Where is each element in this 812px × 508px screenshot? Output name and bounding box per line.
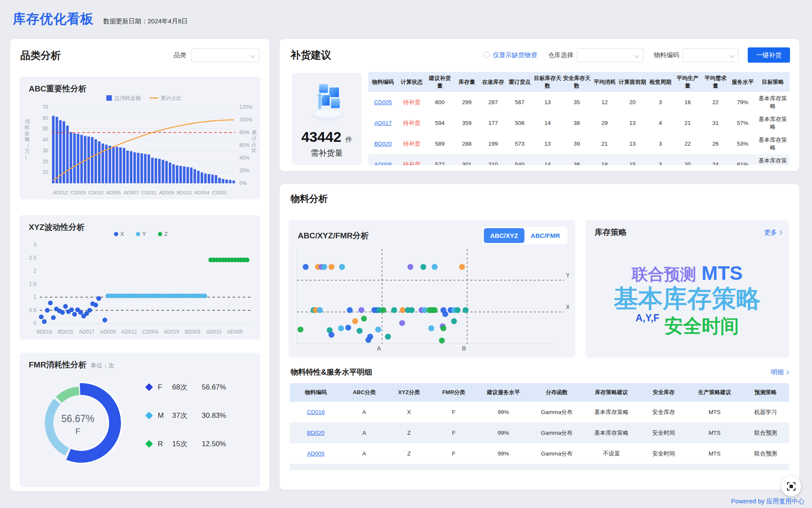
toggle-abc-xyz[interactable]: ABC/XYZ [484,228,524,243]
table-cell: A [342,422,387,443]
inventory-strategy-title: 库存策略 [595,227,627,238]
material-code-link[interactable]: AD008 [368,154,398,165]
svg-text:1: 1 [33,294,36,300]
column-header: 检查周期 [647,72,674,92]
detail-link[interactable]: 明细 [771,368,788,376]
column-header: FMR分类 [431,383,476,402]
table-cell: 机器学习 [742,402,789,422]
cloud-word: 基本库存策略 [614,284,761,312]
table-cell: 基本库存策略 [756,92,790,113]
table-cell: 安全库存 [640,402,687,422]
toggle-abc-fmr[interactable]: ABC/FMR [524,228,566,243]
svg-text:AD012: AD012 [121,329,137,335]
svg-text:CD011: CD011 [142,190,156,195]
svg-text:（: （ [25,142,30,148]
column-header: 安全库存天数 [562,72,591,92]
table-cell: 210 [480,154,507,165]
material-code-link[interactable]: AD017 [368,113,398,133]
column-header: 平均需求量 [702,72,730,92]
table-cell: Z [387,443,431,464]
category-filter-label: 品类 [174,51,187,58]
data-update-date: 数据更新日期：2024年4月8日 [103,17,188,25]
horizontal-scrollbar[interactable] [290,480,773,487]
svg-text:AD004: AD004 [195,190,210,195]
table-cell: 安全时间 [640,443,687,464]
svg-text:AD005: AD005 [227,329,243,335]
material-code-link[interactable]: AD005 [290,443,342,464]
table-cell: 14 [533,113,562,133]
warehouse-select[interactable] [577,48,644,62]
svg-text:AD010: AD010 [206,329,222,335]
table-row: CD005待补货600299287567133512203162279%基本库存… [368,92,790,113]
column-header: 在途库存 [480,72,507,92]
table-cell: 35 [562,92,591,113]
table-cell: 39 [562,133,591,154]
table-cell: Y [387,464,431,470]
column-header: 生产策略建议 [687,383,742,402]
shortage-only-label[interactable]: 仅显示缺货物资 [493,51,537,58]
shortage-only-radio[interactable]: 仅显示缺货物资 [483,51,537,59]
column-header: 预测策略 [742,383,789,402]
svg-text:80%: 80% [239,130,250,135]
page-title: 库存优化看板 [13,10,94,28]
table-cell: 20 [674,154,702,165]
bars-group [52,116,235,183]
material-detail-table-container[interactable]: 物料编码ABC分类XYZ分类FMR分类建议服务水平分布函数库存策略建议安全库存生… [290,383,789,470]
table-cell: 13 [533,133,562,154]
table-cell: 287 [480,92,507,113]
material-code-select[interactable] [683,48,738,62]
chevron-down-icon [634,53,639,58]
table-cell: 待补货 [398,113,426,133]
category-select[interactable] [192,48,259,62]
warehouse-select-label: 仓库选择 [548,51,573,59]
abc-pareto-chart: 102030405060700%20%40%60%80%100%120%AD01… [20,94,258,199]
svg-text:X: X [566,304,569,310]
svg-text:AD012: AD012 [53,190,68,195]
svg-text:0.5: 0.5 [29,307,36,313]
radio-icon[interactable] [483,52,490,58]
table-cell: 594 [426,113,454,133]
table-cell: 13 [533,92,562,113]
table-cell: 53% [730,133,756,154]
svg-text:耗: 耗 [24,124,30,130]
table-cell: 38 [562,113,591,133]
column-header: 重订货点 [506,72,533,92]
svg-text:AD009: AD009 [100,329,116,335]
table-cell: 177 [480,113,507,133]
column-header: 分布函数 [531,383,583,402]
powered-by[interactable]: Powered by 应用复用中心 [731,497,804,505]
table-cell: F [431,402,476,422]
table-cell: 29 [591,113,618,133]
svg-text:累计占比: 累计占比 [161,95,182,101]
assistant-float-button[interactable] [781,476,801,496]
table-row: AD008待补货572301210540143618153202461%基本库存… [368,154,790,165]
diamond-icon [145,383,153,391]
table-cell: 14 [533,154,562,165]
column-header: 目标策略 [756,72,790,92]
material-code-link[interactable]: CD004 [290,464,342,470]
inventory-strategy-panel: 库存策略 更多 联合预测 MTS基本库存策略A,Y,F 安全时间 [585,220,789,358]
svg-text:2.5: 2.5 [29,255,36,261]
material-detail-table: 物料编码ABC分类XYZ分类FMR分类建议服务水平分布函数库存策略建议安全库存生… [290,383,789,470]
table-cell: 20 [618,92,647,113]
table-cell: 基本库存策略 [756,113,790,133]
table-cell: 600 [426,92,454,113]
replenishment-table-container[interactable]: 物料编码计算状态建议补货量库存量在途库存重订货点目标库存天数安全库存天数平均消耗… [368,72,790,165]
svg-text:70: 70 [43,104,49,110]
table-cell: Gamma分布 [531,464,583,470]
svg-text:0%: 0% [239,180,247,186]
table-cell: 18 [591,154,618,165]
fmr-chart-title: FMR消耗性分析单位：次 [29,359,114,370]
material-code-link[interactable]: BD020 [290,422,342,443]
material-code-link[interactable]: BD020 [368,133,398,154]
svg-text:2: 2 [33,268,36,274]
svg-text:金: 金 [24,130,30,136]
column-header: 物料编码 [368,72,398,92]
more-link[interactable]: 更多 [764,229,782,237]
material-code-link[interactable]: CD016 [290,402,342,422]
focus-icon [787,482,796,491]
one-click-replenish-button[interactable]: 一键补货 [748,47,790,63]
table-cell: 3 [647,133,674,154]
material-code-link[interactable]: CD005 [368,92,398,113]
svg-text:100%: 100% [239,117,252,123]
